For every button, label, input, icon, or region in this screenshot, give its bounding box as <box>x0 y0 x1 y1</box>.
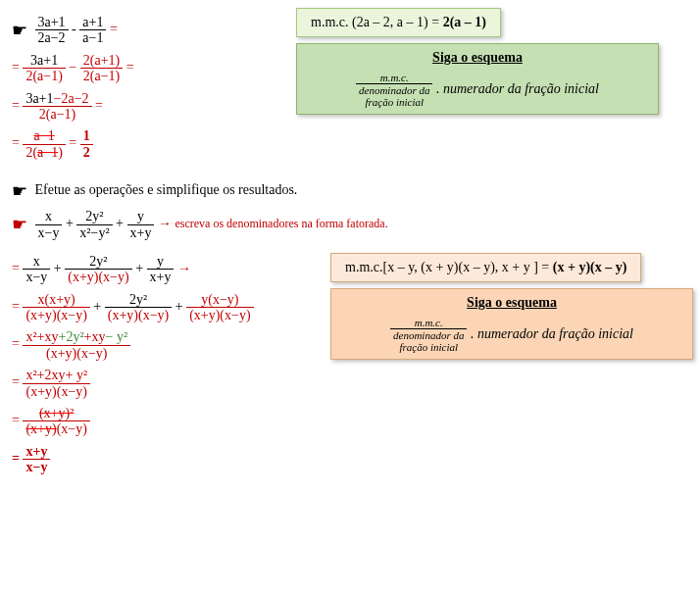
scheme-tail: . numerador da fração inicial <box>471 326 633 341</box>
ex2-s2b-den: (x+y)(x−y) <box>105 308 172 322</box>
ex1-s1a-den: 2(a−1) <box>23 69 65 83</box>
ex1-mmc-label: m.m.c. (2a – 2, a – 1) = <box>311 15 443 29</box>
scheme-frac-den1: denominador da <box>393 329 464 341</box>
plus-op: + <box>93 299 104 314</box>
bullet-hand-icon: ☛ <box>12 181 27 201</box>
ex2-s3-num-d: − y² <box>106 329 128 344</box>
plus-op: + <box>116 216 126 230</box>
ex2-s5-den-b: (x−y) <box>57 421 87 436</box>
scheme-title: Siga o esquema <box>311 50 644 66</box>
scheme-frac-den2: fração inicial <box>365 96 424 108</box>
ex2-step1: = xx−y + 2y²(x+y)(x−y) + yx+y → <box>12 254 330 285</box>
ex2-step4: = x²+2xy+ y²(x+y)(x−y) <box>12 368 330 399</box>
plus-op: + <box>54 261 65 275</box>
equals-pre: = <box>12 451 23 466</box>
ex2-problem: ☛ xx−y + 2y²x²−y² + yx+y → escreva os de… <box>12 209 688 240</box>
ex2-t2-den: x²−y² <box>76 225 112 240</box>
ex2-s1b-den: (x+y)(x−y) <box>65 270 131 284</box>
ex2-s3-den: (x+y)(x−y) <box>23 346 130 361</box>
ex1-s2-den: 2(a−1) <box>23 107 91 122</box>
ex2-s4-num: x²+2xy+ y² <box>23 368 90 383</box>
scheme-title: Siga o esquema <box>345 295 678 311</box>
ex1-p1-num: 3a+1 <box>35 15 69 30</box>
ex1-scheme-box: Siga o esquema m.m.c.denominador dafraçã… <box>296 43 659 115</box>
ex2-instruction: Efetue as operações e simplifique os res… <box>35 182 298 197</box>
ex1-p2-num: a+1 <box>79 15 106 30</box>
plus-op: + <box>66 216 76 230</box>
ex2-t3-num: y <box>127 209 155 224</box>
ex2-res-den: x−y <box>23 460 50 474</box>
ex2-s5-den-a: (x+y) <box>25 421 56 436</box>
scheme-tail: . numerador da fração inicial <box>436 81 599 96</box>
ex1-mmc-box: m.m.c. (2a – 2, a – 1) = 2(a – 1) <box>296 8 501 37</box>
ex2-s5-num: (x+y)² <box>39 406 74 420</box>
plus-op: + <box>175 299 186 314</box>
ex1-mmc-result: 2(a – 1) <box>443 15 486 29</box>
ex2-step2: = x(x+y)(x+y)(x−y) + 2y²(x+y)(x−y) + y(x… <box>12 292 330 323</box>
bullet-hand-icon: ☛ <box>12 215 27 234</box>
equals-pre: = <box>12 261 23 275</box>
ex2-result: = x+yx−y <box>12 444 330 475</box>
example-2-work: = xx−y + 2y²(x+y)(x−y) + yx+y → = x(x+y)… <box>12 247 330 482</box>
ex2-s2a-den: (x+y)(x−y) <box>23 308 89 322</box>
arrow-icon: → <box>158 216 175 230</box>
ex1-p1-den: 2a−2 <box>35 30 69 45</box>
equals: = <box>110 22 118 36</box>
ex2-t1-num: x <box>35 209 63 224</box>
ex2-s1a-den: x−y <box>25 270 47 284</box>
ex1-res-num: 1 <box>80 128 93 144</box>
scheme-frac-num: m.m.c. <box>390 317 467 329</box>
equals-pre: = <box>12 374 23 389</box>
ex2-s4-den: (x+y)(x−y) <box>23 384 90 399</box>
equals-pre: = <box>12 299 23 314</box>
equals-pre: = <box>12 98 23 113</box>
equals-pre: = <box>12 60 23 74</box>
ex2-hint: escreva os denominadores na forma fatora… <box>175 217 387 230</box>
equals: = <box>95 98 103 113</box>
example-2-row: = xx−y + 2y²(x+y)(x−y) + yx+y → = x(x+y)… <box>12 247 688 482</box>
minus-op: − <box>69 60 79 74</box>
ex1-step1: = 3a+12(a−1) − 2(a+1)2(a−1) = <box>12 53 237 84</box>
ex1-s3-num: a−1 <box>34 128 55 143</box>
ex2-s3-num-c: +xy <box>84 329 106 344</box>
ex1-res-den: 2 <box>80 145 93 160</box>
ex1-s2-num-a: 3a+1 <box>25 91 53 106</box>
equals: = <box>126 60 134 74</box>
ex2-s3-num-b: +2y² <box>59 329 84 344</box>
ex2-mmc-result: (x + y)(x – y) <box>553 260 627 274</box>
ex1-s3-den-b: a−1 <box>37 145 58 160</box>
equals-pre: = <box>12 337 23 352</box>
ex1-s3-den-c: ) <box>58 145 63 160</box>
ex1-problem: ☛ 3a+12a−2 - a+1a−1 = <box>12 15 237 46</box>
ex1-p2-den: a−1 <box>79 30 106 45</box>
ex2-s1b-num: 2y² <box>65 254 131 270</box>
equals-pre: = <box>12 135 23 150</box>
ex2-t3-den: x+y <box>127 225 155 240</box>
scheme-frac-den2: fração inicial <box>399 341 458 353</box>
ex2-s1c-num: y <box>147 254 175 270</box>
ex2-scheme-box: Siga o esquema m.m.c.denominador dafraçã… <box>330 288 693 360</box>
scheme-frac-den1: denominador da <box>359 84 429 96</box>
ex2-s2c-den: (x+y)(x−y) <box>186 308 253 322</box>
ex2-s2c-num: y(x−y) <box>186 292 253 308</box>
plus-op: + <box>135 261 146 275</box>
example-1-row: ☛ 3a+12a−2 - a+1a−1 = = 3a+12(a−1) − 2(a… <box>12 8 688 167</box>
ex1-s1b-den: 2(a−1) <box>80 69 123 83</box>
ex2-s1c-den: x+y <box>150 270 172 284</box>
ex2-instruction-line: ☛ Efetue as operações e simplifique os r… <box>12 180 688 202</box>
ex2-t1-den: x−y <box>35 225 63 240</box>
ex2-s2b-num: 2y² <box>105 292 172 308</box>
ex1-s1b-num: 2(a+1) <box>80 53 123 69</box>
equals: = <box>69 135 79 150</box>
equals-pre: = <box>12 413 23 427</box>
ex2-s2a-num: x(x+y) <box>23 292 89 308</box>
ex2-step5: = (x+y)²(x+y)(x−y) <box>12 406 330 437</box>
ex2-mmc-box: m.m.c.[x – y, (x + y)(x – y), x + y ] = … <box>330 253 641 282</box>
scheme-frac-num: m.m.c. <box>356 72 432 84</box>
ex2-t2-num: 2y² <box>76 209 112 224</box>
ex2-res-num: x+y <box>23 444 50 460</box>
ex2-s1a-num: x <box>23 254 50 270</box>
ex1-s3-den-a: 2( <box>25 145 37 160</box>
ex2-s3-num-a: x²+xy <box>25 329 58 344</box>
arrow-icon: → <box>177 261 191 275</box>
